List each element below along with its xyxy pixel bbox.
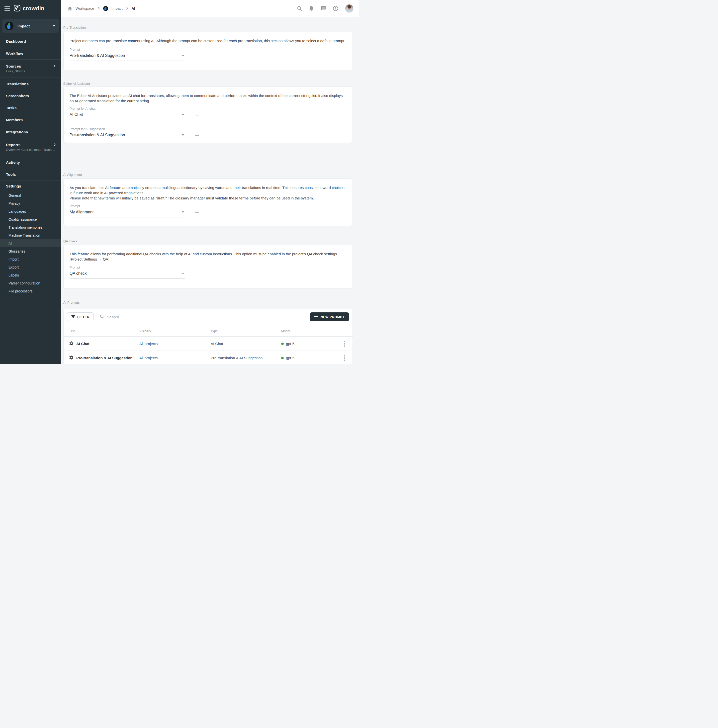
search-field [100, 314, 310, 320]
sidebar-top: crowdin [0, 0, 61, 17]
add-prompt-button[interactable] [194, 54, 200, 59]
search-icon[interactable] [297, 6, 302, 11]
sidebar-item-translations[interactable]: Translations [0, 78, 61, 90]
editor-ai-assistant-card: The Editor AI Assistant provides an AI c… [63, 87, 353, 143]
prompt-visibility: All projects [139, 356, 211, 360]
column-header-visibility: Visibility [139, 329, 211, 333]
column-header-model: Model [281, 329, 342, 333]
ai-suggestion-note: Using the AI Suggestion in editor can re… [70, 142, 347, 143]
prompt-for-ai-chat-label: Prompt for AI chat [70, 107, 347, 110]
prompt-title: Pre-translation & AI Suggestion [76, 356, 132, 360]
sidebar-item-languages[interactable]: Languages [0, 207, 61, 216]
ai-suggestion-prompt-select[interactable]: Pre-translation & AI Suggestion [70, 131, 185, 141]
column-header-title: Title [69, 329, 139, 333]
sidebar-item-reports[interactable]: Reports Overview, Cost estimate, Transl.… [0, 138, 61, 156]
crowdin-logo[interactable]: crowdin [14, 5, 44, 12]
ai-prompts-toolbar: FILTER NEW PROMPT [64, 309, 353, 325]
chevron-down-icon [53, 25, 55, 27]
add-prompt-button[interactable] [194, 210, 200, 216]
prompt-model: gpt-5 [286, 356, 295, 360]
section-label-ai-alignment: AI Alignment [63, 173, 82, 176]
qa-check-description: This feature allows for performing addit… [70, 251, 346, 262]
chevron-right-icon [53, 64, 56, 68]
chevron-right-icon [98, 6, 100, 11]
select-caret-icon [182, 211, 184, 213]
select-caret-icon [182, 114, 184, 115]
sidebar-item-members[interactable]: Members [0, 114, 61, 125]
sidebar-item-activity[interactable]: Activity [0, 156, 61, 168]
sidebar-item-general[interactable]: General [0, 191, 61, 199]
column-header-type: Type [211, 329, 281, 333]
sidebar-item-sources[interactable]: Sources Files, Strings [0, 60, 61, 78]
help-icon[interactable]: ? [333, 6, 338, 11]
prompt-for-ai-suggestion-label: Prompt for AI suggestion [70, 127, 347, 131]
crowdin-logo-text: crowdin [23, 5, 44, 12]
section-label-pre-translation: Pre-Translation [63, 26, 86, 29]
openai-icon [69, 355, 73, 361]
ai-alignment-description-1: As you translate, this AI feature automa… [70, 185, 346, 196]
editor-ai-assistant-description: The Editor AI Assistant provides an AI c… [70, 93, 346, 104]
sidebar: crowdin Impact Dashboard Workflow Source… [0, 0, 61, 364]
sidebar-item-file-processors[interactable]: File processors [0, 287, 61, 295]
row-menu-kebab-icon[interactable] [342, 354, 348, 362]
sidebar-item-parser-configuration[interactable]: Parser configuration [0, 279, 61, 287]
messages-chat-icon[interactable] [321, 6, 326, 11]
breadcrumb: Workspace Impact AI [67, 6, 135, 11]
filter-icon [71, 315, 75, 319]
pre-translation-prompt-select[interactable]: Pre-translation & AI Suggestion [70, 51, 185, 61]
user-avatar[interactable] [345, 4, 353, 13]
topbar-actions: ? [297, 4, 353, 13]
section-label-editor-ai-assistant: Editor AI Assistant [63, 82, 90, 86]
sidebar-item-screenshots[interactable]: Screenshots [0, 90, 61, 102]
sidebar-item-tasks[interactable]: Tasks [0, 102, 61, 114]
sidebar-item-labels[interactable]: Labels [0, 271, 61, 279]
qa-check-prompt-select[interactable]: QA check [70, 269, 185, 279]
breadcrumb-project[interactable]: Impact [112, 6, 123, 11]
select-caret-icon [182, 55, 184, 57]
ai-prompts-card: FILTER NEW PROMPT Title Visibility Type … [63, 309, 353, 364]
sidebar-item-sources-subtitle: Files, Strings [6, 69, 55, 73]
sidebar-item-privacy[interactable]: Privacy [0, 199, 61, 207]
ai-alignment-prompt-select[interactable]: My Alignment [70, 208, 185, 217]
sidebar-item-machine-translation[interactable]: Machine Translation [0, 231, 61, 239]
prompt-label: Prompt [70, 204, 347, 208]
sidebar-item-workflow[interactable]: Workflow [0, 47, 61, 59]
svg-text:?: ? [335, 7, 336, 10]
table-header: Title Visibility Type Model [64, 325, 353, 336]
sidebar-settings-header: Settings [0, 180, 61, 191]
main-content: Pre-Translation Project members can pre-… [63, 17, 353, 364]
notifications-bell-icon[interactable] [309, 6, 314, 11]
topbar: Workspace Impact AI ? [61, 0, 359, 17]
sidebar-item-import[interactable]: Import [0, 255, 61, 263]
section-label-qa-check: QA check [63, 239, 77, 243]
add-prompt-button[interactable] [194, 112, 200, 118]
sidebar-item-ai[interactable]: AI [0, 239, 61, 247]
plus-icon [314, 315, 318, 319]
filter-button[interactable]: FILTER [67, 312, 94, 321]
home-icon[interactable] [67, 6, 72, 11]
hamburger-menu-icon[interactable] [5, 6, 10, 11]
sidebar-item-quality-assurance[interactable]: Quality assurance [0, 216, 61, 223]
project-switcher[interactable]: Impact [2, 19, 59, 33]
select-caret-icon [182, 273, 184, 274]
sidebar-item-translation-memories[interactable]: Translation memories [0, 223, 61, 231]
sidebar-item-dashboard[interactable]: Dashboard [0, 35, 61, 47]
breadcrumb-project-avatar [103, 6, 108, 11]
sidebar-item-export[interactable]: Export [0, 263, 61, 271]
sidebar-item-integrations[interactable]: Integrations [0, 126, 61, 138]
table-row[interactable]: Pre-translation & AI Suggestion All proj… [64, 351, 353, 364]
chevron-right-icon [126, 6, 128, 11]
table-row[interactable]: AI Chat All projects AI Chat gpt-5 [64, 337, 353, 350]
qa-check-card: This feature allows for performing addit… [63, 245, 353, 289]
sidebar-item-tools[interactable]: Tools [0, 168, 61, 180]
ai-chat-prompt-select[interactable]: AI Chat [70, 110, 185, 120]
breadcrumb-workspace[interactable]: Workspace [76, 6, 94, 11]
sidebar-item-glossaries[interactable]: Glossaries [0, 247, 61, 255]
row-menu-kebab-icon[interactable] [342, 340, 348, 348]
ai-alignment-card: As you translate, this AI feature automa… [63, 179, 353, 226]
search-input[interactable] [107, 315, 212, 319]
add-prompt-button[interactable] [194, 133, 200, 138]
add-prompt-button[interactable] [194, 271, 200, 277]
section-label-ai-prompts: AI Prompts [63, 301, 79, 304]
new-prompt-button[interactable]: NEW PROMPT [310, 312, 349, 321]
